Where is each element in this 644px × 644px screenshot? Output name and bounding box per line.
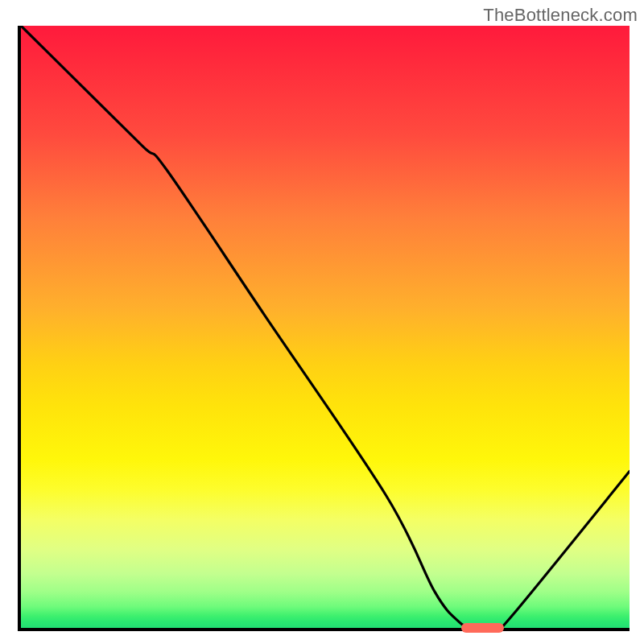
watermark: TheBottleneck.com (483, 5, 638, 26)
chart-stage: TheBottleneck.com (0, 0, 644, 644)
optimum-marker (461, 623, 504, 633)
plot-area (18, 26, 630, 631)
background-gradient (21, 26, 630, 628)
